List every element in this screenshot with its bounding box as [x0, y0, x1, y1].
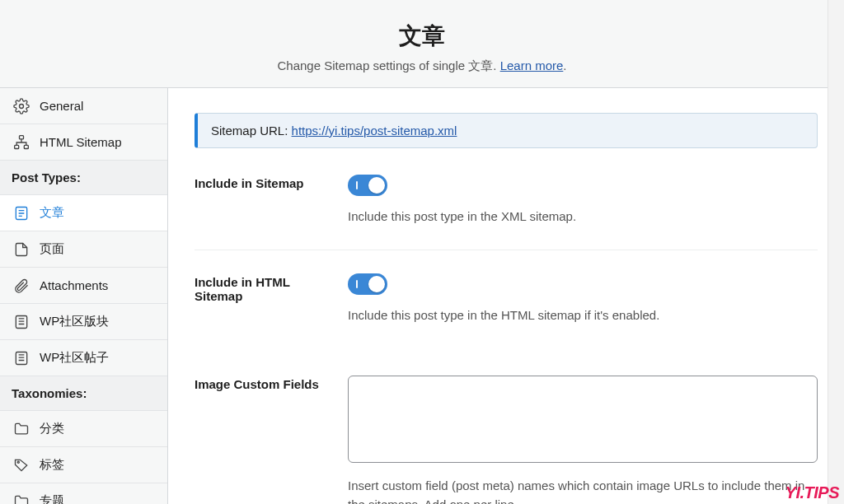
setting-include-sitemap: Include in Sitemap Include this post typ…: [195, 175, 818, 250]
image-custom-fields-textarea[interactable]: [348, 376, 818, 463]
sidebar-item-label: HTML Sitemap: [40, 135, 121, 149]
setting-label: Image Custom Fields: [195, 376, 348, 391]
page-icon: [13, 241, 30, 258]
page-header: 文章 Change Sitemap settings of single 文章.…: [0, 0, 844, 88]
page-title: 文章: [399, 21, 445, 52]
folder-icon: [13, 493, 30, 505]
attachment-icon: [13, 278, 30, 294]
svg-point-0: [20, 104, 24, 108]
sidebar-item-label: 页面: [40, 241, 64, 257]
sitemap-icon: [13, 134, 30, 151]
svg-rect-2: [15, 145, 19, 148]
gear-icon: [13, 98, 30, 114]
setting-include-html-sitemap: Include in HTML Sitemap Include this pos…: [195, 273, 818, 366]
learn-more-link[interactable]: Learn more: [500, 58, 564, 72]
sidebar-item-topics[interactable]: 专题: [0, 483, 167, 504]
sitemap-url-link[interactable]: https://yi.tips/post-sitemap.xml: [292, 124, 457, 138]
include-sitemap-toggle[interactable]: [348, 175, 387, 196]
sidebar-item-label: 分类: [40, 421, 64, 436]
sidebar: General HTML Sitemap Post Types: 文章 页面: [0, 88, 168, 504]
sidebar-item-label: 文章: [40, 205, 64, 221]
svg-rect-3: [24, 145, 28, 148]
sidebar-item-tags[interactable]: 标签: [0, 447, 167, 483]
include-html-sitemap-toggle[interactable]: [348, 273, 387, 295]
block-icon: [13, 314, 30, 330]
sidebar-item-pages[interactable]: 页面: [0, 231, 167, 268]
setting-label: Include in HTML Sitemap: [195, 273, 348, 303]
page-description: Change Sitemap settings of single 文章. Le…: [277, 58, 566, 74]
svg-rect-1: [20, 135, 24, 138]
block-icon: [13, 350, 30, 366]
svg-point-7: [17, 461, 19, 463]
sidebar-section-post-types: Post Types:: [0, 161, 167, 195]
sidebar-item-html-sitemap[interactable]: HTML Sitemap: [0, 124, 167, 161]
sitemap-url-info: Sitemap URL: https://yi.tips/post-sitema…: [195, 113, 818, 148]
setting-help: Include this post type in the XML sitema…: [348, 208, 818, 226]
sidebar-item-posts[interactable]: 文章: [0, 195, 167, 231]
setting-label: Include in Sitemap: [195, 175, 348, 190]
svg-rect-6: [16, 352, 26, 364]
sidebar-item-general[interactable]: General: [0, 88, 167, 124]
sidebar-item-label: WP社区帖子: [40, 350, 109, 366]
setting-help: Insert custom field (post meta) names wh…: [348, 477, 818, 504]
post-icon: [13, 205, 30, 222]
tag-icon: [13, 457, 30, 474]
sidebar-item-categories[interactable]: 分类: [0, 411, 167, 447]
setting-image-custom-fields: Image Custom Fields Insert custom field …: [195, 376, 818, 504]
sitemap-url-label: Sitemap URL:: [211, 124, 292, 138]
sidebar-item-label: General: [40, 99, 83, 113]
sidebar-item-label: 标签: [40, 457, 64, 473]
sidebar-item-label: WP社区版块: [40, 314, 109, 329]
sidebar-item-wp-block[interactable]: WP社区版块: [0, 304, 167, 340]
setting-help: Include this post type in the HTML sitem…: [348, 306, 818, 325]
sidebar-item-label: Attachments: [40, 278, 108, 292]
sidebar-item-wp-posts[interactable]: WP社区帖子: [0, 340, 167, 376]
folder-icon: [13, 421, 30, 437]
main-content: Sitemap URL: https://yi.tips/post-sitema…: [168, 88, 844, 504]
sidebar-section-taxonomies: Taxonomies:: [0, 376, 167, 411]
sidebar-item-attachments[interactable]: Attachments: [0, 268, 167, 304]
svg-rect-5: [16, 315, 26, 328]
sidebar-item-label: 专题: [40, 493, 64, 504]
